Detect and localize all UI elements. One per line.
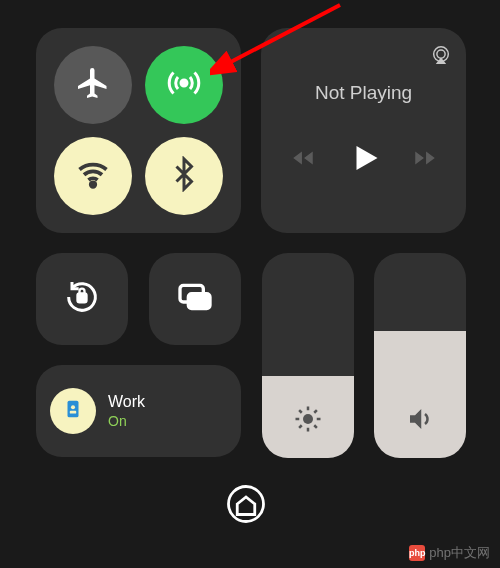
focus-name: Work [108, 393, 145, 411]
volume-icon [405, 404, 435, 438]
screen-mirroring-button[interactable] [149, 253, 241, 345]
focus-tile[interactable]: Work On [36, 365, 241, 457]
cellular-icon [166, 65, 202, 105]
skip-forward-icon[interactable] [412, 145, 438, 175]
svg-point-0 [181, 80, 187, 86]
play-button[interactable] [346, 140, 382, 180]
focus-status: On [108, 413, 145, 429]
rotation-lock-icon [62, 277, 102, 321]
svg-point-17 [71, 405, 75, 409]
focus-mode-icon-wrap [50, 388, 96, 434]
id-badge-icon [62, 398, 84, 424]
svg-line-15 [314, 410, 317, 413]
svg-point-3 [437, 50, 445, 58]
airplay-icon[interactable] [430, 44, 452, 66]
connectivity-panel[interactable] [36, 28, 241, 233]
svg-point-19 [229, 487, 264, 522]
airplane-icon [75, 65, 111, 105]
home-icon [225, 483, 267, 529]
watermark-logo: php [409, 545, 425, 561]
svg-line-13 [314, 425, 317, 428]
screen-mirroring-icon [175, 277, 215, 321]
svg-point-1 [91, 182, 96, 187]
rotation-lock-button[interactable] [36, 253, 128, 345]
skip-back-icon[interactable] [290, 145, 316, 175]
svg-rect-6 [188, 294, 210, 309]
volume-slider[interactable] [374, 253, 466, 458]
svg-rect-18 [70, 411, 76, 414]
brightness-icon [293, 404, 323, 438]
watermark: php php中文网 [409, 544, 490, 562]
watermark-text: php中文网 [429, 544, 490, 562]
svg-point-7 [303, 414, 313, 424]
home-button[interactable] [220, 480, 272, 532]
media-title: Not Playing [315, 82, 412, 104]
bluetooth-button[interactable] [145, 137, 223, 215]
media-panel[interactable]: Not Playing [261, 28, 466, 233]
wifi-icon [75, 156, 111, 196]
cellular-data-button[interactable] [145, 46, 223, 124]
svg-line-12 [299, 410, 302, 413]
bluetooth-icon [166, 156, 202, 196]
brightness-slider[interactable] [262, 253, 354, 458]
svg-line-14 [299, 425, 302, 428]
wifi-button[interactable] [54, 137, 132, 215]
svg-rect-4 [78, 294, 86, 302]
airplane-mode-button[interactable] [54, 46, 132, 124]
